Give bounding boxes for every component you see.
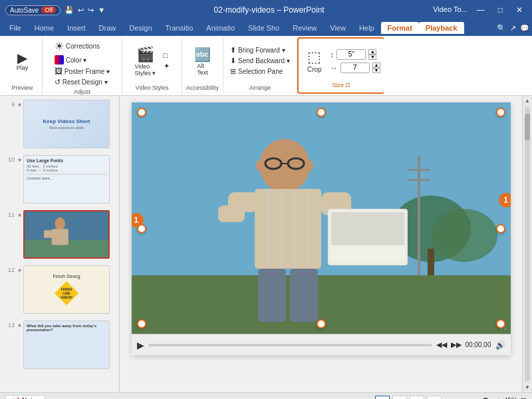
notes-button[interactable]: 📝 Notes — [5, 395, 45, 399]
reading-view-button[interactable]: 📖 — [410, 396, 424, 400]
tab-home[interactable]: Home — [28, 22, 61, 34]
tab-design[interactable]: Design — [122, 22, 158, 34]
tab-help[interactable]: Help — [352, 22, 381, 34]
scroll-down-arrow[interactable]: ▼ — [523, 382, 532, 392]
width-input[interactable] — [340, 63, 370, 73]
handle-top-left[interactable] — [137, 108, 146, 117]
tab-insert[interactable]: Insert — [61, 22, 92, 34]
width-spinners: ▲ ▼ — [372, 63, 380, 73]
tab-animations[interactable]: Animatio — [200, 22, 241, 34]
ribbon-group-adjust: ☀ Corrections Color ▾ 🖼 Poster Frame ▾ ↺… — [43, 37, 122, 94]
color-button[interactable]: Color ▾ — [52, 55, 112, 65]
height-up-button[interactable]: ▲ — [368, 49, 376, 55]
play-video-button[interactable]: ▶ — [137, 340, 144, 350]
handle-mid-right[interactable] — [496, 224, 505, 233]
crop-button[interactable]: ⬚ Crop — [303, 47, 327, 74]
forward-button[interactable]: ▶▶ — [451, 340, 462, 349]
height-down-button[interactable]: ▼ — [368, 55, 376, 60]
slide-star-9: ★ — [17, 102, 22, 108]
autosave-badge[interactable]: AutoSave Off — [5, 5, 61, 15]
more-icon[interactable]: ▼ — [98, 6, 105, 14]
width-input-row: ↔ ▲ ▼ — [331, 63, 380, 73]
minimize-button[interactable]: — — [473, 5, 489, 15]
scroll-track[interactable] — [525, 107, 530, 381]
ribbon-right-icons: 🔍 ↗ 💬 — [497, 24, 529, 33]
svg-point-29 — [307, 160, 313, 171]
height-input[interactable] — [336, 49, 366, 60]
undo-icon[interactable]: ↩ — [78, 6, 84, 15]
volume-icon[interactable]: 🔊 — [495, 340, 505, 350]
tab-transitions[interactable]: Transitio — [159, 22, 200, 34]
send-backward-button[interactable]: ⬇ Send Backward ▾ — [227, 56, 293, 66]
slide-panel[interactable]: 9 ★ Keep Videos Short Best practices sli… — [0, 96, 120, 392]
scroll-thumb[interactable] — [525, 114, 530, 140]
handle-top-center[interactable] — [317, 108, 326, 117]
slide-thumb-9[interactable]: Keep Videos Short Best practices slide — [23, 100, 110, 148]
slide-thumb-10[interactable]: Use Large Fonts 30 feet 2 inches 3 feet … — [23, 155, 110, 203]
slide-number-10: 10 — [4, 156, 15, 163]
zoom-minus-button[interactable]: – — [447, 396, 452, 400]
tab-format[interactable]: Format — [381, 22, 419, 34]
width-up-button[interactable]: ▲ — [372, 63, 380, 68]
save-icon[interactable]: 💾 — [65, 6, 74, 15]
slide-item-11[interactable]: 11 ★ — [3, 209, 116, 260]
slide-number-12: 12 — [4, 267, 15, 273]
rewind-button[interactable]: ◀◀ — [436, 340, 447, 349]
size-group-label[interactable]: Size ⊡ — [332, 82, 351, 90]
slide-item-12[interactable]: 12 ★ Finish Strong FINISH LINE AHEAD — [3, 264, 116, 315]
bring-forward-button[interactable]: ⬆ Bring Forward ▾ — [227, 45, 293, 55]
slide-thumb-12[interactable]: Finish Strong FINISH LINE AHEAD — [23, 265, 110, 314]
video-styles-button[interactable]: 🎬 VideoStyles ▾ — [132, 45, 158, 78]
tab-slideshow[interactable]: Slide Sho — [241, 22, 286, 34]
tab-playback[interactable]: Playback — [419, 22, 464, 34]
adjust-content: ☀ Corrections Color ▾ 🖼 Poster Frame ▾ ↺… — [52, 39, 112, 87]
fit-to-window-button[interactable]: ⊞ — [520, 396, 527, 400]
progress-bar[interactable] — [148, 344, 432, 346]
videostyles-icon: 🎬 — [136, 46, 154, 63]
share-icon[interactable]: ↗ — [510, 24, 516, 33]
tab-file[interactable]: File — [3, 22, 28, 34]
tab-review[interactable]: Review — [286, 22, 323, 34]
poster-frame-button[interactable]: 🖼 Poster Frame ▾ — [52, 66, 112, 76]
slide-number-13: 13 — [4, 322, 15, 329]
handle-bottom-left[interactable] — [137, 319, 146, 329]
alt-text-button[interactable]: 🔤 AltText — [191, 45, 215, 77]
svg-rect-20 — [218, 205, 245, 222]
reset-design-button[interactable]: ↺ Reset Design ▾ — [52, 77, 112, 87]
handle-bottom-right[interactable] — [496, 319, 505, 329]
presenter-view-button[interactable]: ▣ — [427, 396, 442, 400]
redo-icon[interactable]: ↪ — [88, 6, 94, 15]
handle-mid-left[interactable] — [137, 224, 146, 233]
video-border-icon: □ — [164, 51, 168, 59]
slide-item-10[interactable]: 10 ★ Use Large Fonts 30 feet 2 inches 3 … — [3, 154, 116, 205]
slide-item-13[interactable]: 13 ★ What did you take away from today's… — [3, 319, 116, 370]
tab-draw[interactable]: Draw — [92, 22, 123, 34]
status-bar: 📝 Notes ⊞ ⊟ 📖 ▣ – + 45% ⊞ — [0, 392, 532, 399]
close-button[interactable]: ✕ — [512, 5, 527, 15]
svg-rect-31 — [290, 269, 318, 322]
slide-item-9[interactable]: 9 ★ Keep Videos Short Best practices sli… — [3, 98, 116, 150]
slide-sorter-button[interactable]: ⊟ — [392, 396, 407, 400]
search-icon[interactable]: 🔍 — [497, 24, 506, 33]
handle-top-right[interactable] — [496, 108, 505, 117]
autosave-toggle[interactable]: Off — [41, 7, 56, 13]
play-button[interactable]: ▶ Play — [11, 50, 35, 72]
width-icon: ↔ — [331, 64, 338, 72]
slide-thumb-11[interactable] — [23, 210, 110, 259]
scroll-up-arrow[interactable]: ▲ — [523, 96, 532, 106]
width-down-button[interactable]: ▼ — [372, 68, 380, 73]
comment-icon[interactable]: 💬 — [520, 24, 529, 33]
zoom-plus-button[interactable]: + — [497, 396, 501, 400]
normal-view-button[interactable]: ⊞ — [375, 396, 390, 400]
video-border-button[interactable]: □ — [161, 51, 172, 60]
video-effects-button[interactable]: ✦ — [161, 61, 172, 71]
handle-bottom-center[interactable] — [317, 319, 326, 329]
maximize-button[interactable]: □ — [494, 5, 507, 15]
svg-rect-3 — [52, 229, 68, 245]
selection-pane-button[interactable]: ⊞ Selection Pane — [227, 66, 293, 76]
slide-thumb-13[interactable]: What did you take away from today's pres… — [23, 321, 110, 369]
slide-content-9: Keep Videos Short Best practices slide — [24, 100, 109, 148]
corrections-button[interactable]: ☀ Corrections — [52, 39, 112, 54]
slide-star-11: ★ — [17, 212, 22, 218]
tab-view[interactable]: View — [323, 22, 352, 34]
